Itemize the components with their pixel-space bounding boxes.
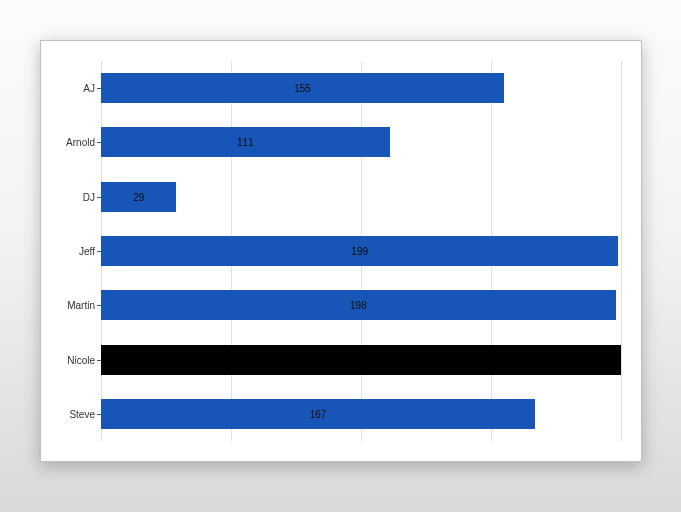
grid-line [621, 61, 622, 441]
y-axis-label: Arnold [66, 137, 101, 148]
bar-value-label: 199 [351, 246, 368, 257]
bar-value-label: 155 [294, 83, 311, 94]
bar: 198 [101, 290, 616, 320]
bar-row: Jeff199 [101, 233, 621, 269]
chart-card: AJ155Arnold111DJ29Jeff199Martin198Nicole… [40, 40, 642, 462]
bar-row: AJ155 [101, 70, 621, 106]
bar-row: DJ29 [101, 179, 621, 215]
bar: 199 [101, 236, 618, 266]
bar: 167 [101, 399, 535, 429]
y-axis-label: Martin [67, 300, 101, 311]
bar-value-label: 198 [350, 300, 367, 311]
bar-value-label: 167 [310, 408, 327, 419]
bar: 155 [101, 73, 504, 103]
bar-row: Arnold111 [101, 124, 621, 160]
bar-value-label: 111 [237, 137, 254, 148]
bar: 111 [101, 127, 390, 157]
bar-row: Steve167 [101, 396, 621, 432]
bar-row: Martin198 [101, 287, 621, 323]
y-axis-label: Nicole [67, 354, 101, 365]
bar: 29 [101, 182, 176, 212]
chart-plot-area: AJ155Arnold111DJ29Jeff199Martin198Nicole… [101, 61, 621, 441]
bar-highlight [101, 345, 621, 375]
bar-value-label: 29 [133, 191, 144, 202]
bar-row: Nicole [101, 342, 621, 378]
